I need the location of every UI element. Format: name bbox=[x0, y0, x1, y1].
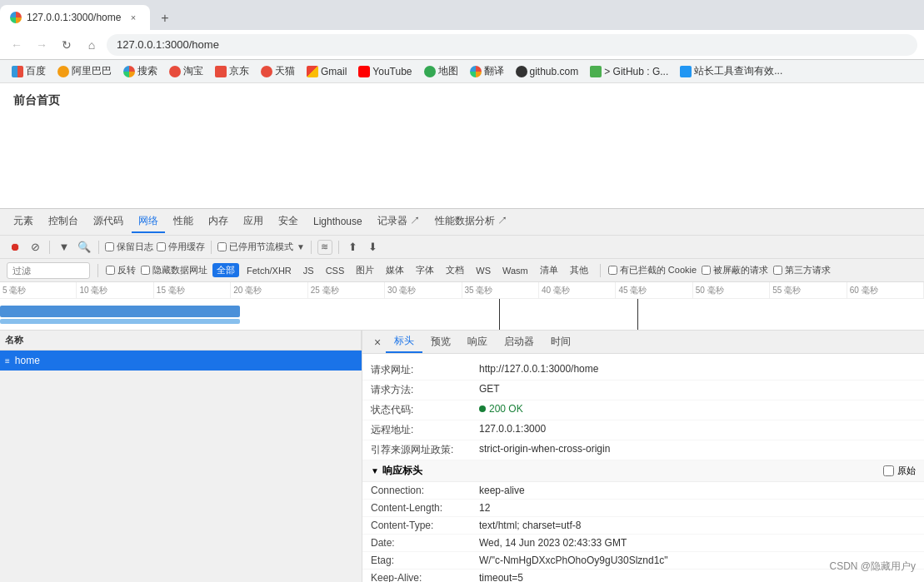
response-headers-header[interactable]: ▼ 响应标头 原始 bbox=[362, 460, 924, 482]
request-method-key: 请求方法: bbox=[371, 383, 479, 397]
disable-cache-checkbox[interactable] bbox=[157, 242, 166, 251]
detail-tab-response[interactable]: 响应 bbox=[459, 331, 496, 352]
original-checkbox-container: 原始 bbox=[883, 465, 916, 477]
watermark-text: CSDN @隐藏用户y bbox=[829, 560, 916, 572]
preserve-log-label[interactable]: 保留日志 bbox=[105, 241, 153, 253]
bookmark-maps[interactable]: 地图 bbox=[419, 62, 463, 80]
devtools-tab-elements[interactable]: 元素 bbox=[7, 211, 40, 233]
refresh-button[interactable]: ↻ bbox=[57, 35, 77, 55]
devtools-tab-source[interactable]: 源代码 bbox=[87, 211, 130, 233]
detail-tab-timing[interactable]: 时间 bbox=[542, 331, 579, 352]
filter-font[interactable]: 字体 bbox=[412, 263, 438, 277]
devtools-tab-perf-analysis[interactable]: 性能数据分析 ↗ bbox=[428, 211, 514, 233]
bookmark-github2[interactable]: > GitHub : G... bbox=[585, 64, 673, 79]
filter-other[interactable]: 其他 bbox=[566, 263, 592, 277]
throttle-label[interactable]: 已停用节流模式 bbox=[217, 241, 293, 253]
filter-button[interactable]: ▼ bbox=[56, 239, 72, 256]
reverse-checkbox[interactable] bbox=[106, 266, 115, 275]
home-button[interactable]: ⌂ bbox=[82, 35, 102, 55]
referrer-policy-row: 引荐来源网址政策: strict-origin-when-cross-origi… bbox=[362, 440, 924, 460]
wifi-icon[interactable]: ≋ bbox=[317, 240, 332, 255]
devtools-tab-security[interactable]: 安全 bbox=[272, 211, 305, 233]
bookmark-youtube[interactable]: YouTube bbox=[353, 64, 417, 79]
new-tab-button[interactable]: + bbox=[153, 7, 177, 30]
blocked-requests-checkbox[interactable] bbox=[702, 266, 711, 275]
original-checkbox[interactable] bbox=[883, 465, 894, 476]
bookmark-seo[interactable]: 站长工具查询有效... bbox=[675, 62, 787, 80]
third-party-text: 第三方请求 bbox=[785, 264, 831, 276]
filter-input[interactable] bbox=[7, 262, 90, 279]
detail-close-button[interactable]: × bbox=[369, 336, 386, 349]
back-button[interactable]: ← bbox=[7, 35, 27, 55]
active-tab[interactable]: 127.0.0.1:3000/home × bbox=[0, 5, 150, 30]
filter-wasm[interactable]: Wasm bbox=[498, 265, 532, 276]
reverse-label[interactable]: 反转 bbox=[106, 264, 136, 276]
third-party-label[interactable]: 第三方请求 bbox=[773, 264, 831, 276]
import-button[interactable]: ⬆ bbox=[345, 239, 362, 256]
reverse-text: 反转 bbox=[117, 264, 136, 276]
bookmark-baidu-label: 百度 bbox=[26, 64, 46, 78]
filter-ws[interactable]: WS bbox=[472, 265, 495, 276]
connection-value: keep-alive bbox=[479, 485, 525, 496]
request-row-home[interactable]: ≡ home bbox=[0, 351, 362, 371]
devtools: 元素 控制台 源代码 网络 性能 内存 应用 安全 Lighthouse 记录器… bbox=[0, 208, 924, 582]
bookmark-baidu[interactable]: 百度 bbox=[7, 62, 51, 80]
devtools-tab-recorder[interactable]: 记录器 ↗ bbox=[371, 211, 427, 233]
jd-favicon bbox=[215, 66, 227, 77]
bookmark-jd[interactable]: 京东 bbox=[210, 62, 254, 80]
request-url-row: 请求网址: http://127.0.0.1:3000/home bbox=[362, 361, 924, 381]
detail-tab-initiator[interactable]: 启动器 bbox=[496, 331, 542, 352]
tab-bar: 127.0.0.1:3000/home × + bbox=[0, 0, 924, 30]
blocked-cookies-checkbox[interactable] bbox=[608, 266, 617, 275]
devtools-tab-console[interactable]: 控制台 bbox=[42, 211, 85, 233]
devtools-tab-network[interactable]: 网络 bbox=[132, 211, 165, 233]
bookmark-tianmao-label: 天猫 bbox=[275, 64, 295, 78]
filter-img[interactable]: 图片 bbox=[352, 263, 378, 277]
devtools-tab-memory[interactable]: 内存 bbox=[202, 211, 235, 233]
bookmark-taobao[interactable]: 淘宝 bbox=[164, 62, 208, 80]
detail-tab-headers[interactable]: 标头 bbox=[386, 331, 422, 353]
blocked-cookies-label[interactable]: 有已拦截的 Cookie bbox=[608, 264, 697, 276]
throttle-dropdown[interactable]: ▼ bbox=[297, 242, 305, 251]
throttle-checkbox[interactable] bbox=[217, 242, 227, 251]
status-code-row: 状态代码: 200 OK bbox=[362, 400, 924, 420]
hide-data-url-label[interactable]: 隐藏数据网址 bbox=[141, 264, 207, 276]
filter-doc[interactable]: 文档 bbox=[442, 263, 468, 277]
search-button[interactable]: 🔍 bbox=[76, 239, 92, 256]
status-dot bbox=[479, 405, 486, 412]
separator-4 bbox=[311, 241, 312, 254]
bookmark-translate[interactable]: 翻译 bbox=[465, 62, 509, 80]
devtools-tab-lighthouse[interactable]: Lighthouse bbox=[307, 212, 369, 232]
remote-addr-value: 127.0.0.1:3000 bbox=[479, 423, 546, 437]
bookmark-github[interactable]: github.com bbox=[511, 64, 584, 79]
filter-media[interactable]: 媒体 bbox=[382, 263, 408, 277]
filter-manifest[interactable]: 清单 bbox=[536, 263, 562, 277]
blocked-requests-label[interactable]: 被屏蔽的请求 bbox=[702, 264, 768, 276]
status-code-key: 状态代码: bbox=[371, 403, 479, 417]
tab-close-button[interactable]: × bbox=[127, 11, 140, 24]
devtools-tab-application[interactable]: 应用 bbox=[237, 211, 270, 233]
bookmark-search[interactable]: 搜索 bbox=[118, 62, 162, 80]
bookmark-tianmao[interactable]: 天猫 bbox=[256, 62, 300, 80]
filter-js[interactable]: JS bbox=[299, 265, 318, 276]
filter-css[interactable]: CSS bbox=[322, 265, 349, 276]
bookmark-gmail[interactable]: Gmail bbox=[302, 64, 352, 79]
detail-tabs: × 标头 预览 响应 启动器 时间 bbox=[362, 331, 924, 354]
bookmark-gmail-label: Gmail bbox=[321, 66, 347, 77]
detail-tab-preview[interactable]: 预览 bbox=[422, 331, 459, 352]
record-button[interactable]: ⏺ bbox=[7, 239, 23, 256]
third-party-checkbox[interactable] bbox=[773, 266, 782, 275]
hide-data-url-checkbox[interactable] bbox=[141, 266, 150, 275]
address-input[interactable] bbox=[107, 34, 917, 56]
filter-all[interactable]: 全部 bbox=[212, 263, 239, 277]
preserve-log-checkbox[interactable] bbox=[105, 242, 114, 251]
disable-cache-label[interactable]: 停用缓存 bbox=[157, 241, 205, 253]
preserve-log-text: 保留日志 bbox=[117, 241, 153, 253]
forward-button[interactable]: → bbox=[32, 35, 52, 55]
export-button[interactable]: ⬇ bbox=[365, 239, 382, 256]
devtools-tab-performance[interactable]: 性能 bbox=[167, 211, 200, 233]
clear-button[interactable]: ⊘ bbox=[27, 239, 43, 256]
original-label: 原始 bbox=[897, 465, 916, 477]
filter-fetchxhr[interactable]: Fetch/XHR bbox=[242, 265, 296, 276]
bookmark-alibaba[interactable]: 阿里巴巴 bbox=[52, 62, 117, 80]
